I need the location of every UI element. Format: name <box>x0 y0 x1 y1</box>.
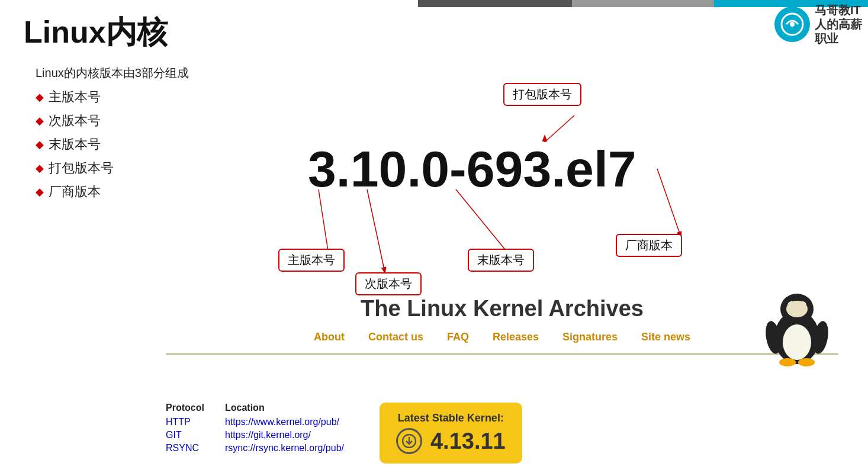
list-item-patch: ◆ 末版本号 <box>36 136 189 153</box>
nav-site-news[interactable]: Site news <box>641 331 690 343</box>
protocol-http[interactable]: HTTP <box>166 417 207 427</box>
svg-point-9 <box>783 324 811 360</box>
svg-line-7 <box>657 169 681 237</box>
bullet-label-5: 厂商版本 <box>49 183 101 201</box>
top-bar-light <box>572 0 714 7</box>
version-text: 3.10.0-693.el7 <box>308 140 636 197</box>
stable-kernel-label: Latest Stable Kernel: <box>398 412 504 424</box>
table-row: GIT https://git.kernel.org/ <box>166 430 344 440</box>
annotation-vendor: 厂商版本 <box>616 234 682 257</box>
protocol-table: Protocol Location HTTP https://www.kerne… <box>166 403 344 456</box>
bullet-label-3: 末版本号 <box>49 136 101 153</box>
list-item-major: ◆ 主版本号 <box>36 88 189 106</box>
top-bar-dark <box>418 0 572 7</box>
kernel-nav: About Contact us FAQ Releases Signatures… <box>166 331 838 343</box>
nav-releases[interactable]: Releases <box>493 331 539 343</box>
table-header: Protocol Location <box>166 403 344 413</box>
bullet-diamond-2: ◆ <box>36 114 44 127</box>
description-text: Linux的内核版本由3部分组成 <box>36 65 189 81</box>
location-rsync[interactable]: rsync://rsync.kernel.org/pub/ <box>225 443 344 453</box>
table-row: HTTP https://www.kernel.org/pub/ <box>166 417 344 427</box>
nav-about[interactable]: About <box>314 331 345 343</box>
nav-faq[interactable]: FAQ <box>447 331 469 343</box>
location-header: Location <box>225 403 265 413</box>
kernel-archives-section: The Linux Kernel Archives About Contact … <box>166 296 838 367</box>
logo-text: 马哥教IT人的高薪职业 <box>815 3 862 46</box>
logo-area: 马哥教IT人的高薪职业 <box>774 3 862 46</box>
nav-contact[interactable]: Contact us <box>368 331 423 343</box>
list-item-package: ◆ 打包版本号 <box>36 159 189 177</box>
protocol-header: Protocol <box>166 403 207 413</box>
bullet-list: ◆ 主版本号 ◆ 次版本号 ◆ 末版本号 ◆ 打包版本号 ◆ 厂商版本 <box>36 88 189 201</box>
svg-line-3 <box>367 189 385 272</box>
svg-line-6 <box>545 115 574 142</box>
protocol-git[interactable]: GIT <box>166 430 207 440</box>
nav-signatures[interactable]: Signatures <box>562 331 618 343</box>
stable-version-number: 4.13.11 <box>430 429 506 454</box>
bullet-label-1: 主版本号 <box>49 88 101 106</box>
annotation-major: 主版本号 <box>278 249 345 272</box>
svg-point-18 <box>779 358 796 366</box>
svg-point-19 <box>798 358 815 366</box>
svg-line-4 <box>456 189 509 255</box>
list-item-vendor: ◆ 厂商版本 <box>36 183 189 201</box>
svg-point-22 <box>786 301 808 317</box>
bullet-label-2: 次版本号 <box>49 112 101 130</box>
kernel-divider <box>166 353 838 355</box>
location-http[interactable]: https://www.kernel.org/pub/ <box>225 417 339 427</box>
location-git[interactable]: https://git.kernel.org/ <box>225 430 311 440</box>
bullet-label-4: 打包版本号 <box>49 159 114 177</box>
list-item-minor: ◆ 次版本号 <box>36 112 189 130</box>
tux-penguin <box>761 290 832 361</box>
bullet-diamond-1: ◆ <box>36 91 44 104</box>
protocol-rsync[interactable]: RSYNC <box>166 443 207 453</box>
logo-icon <box>774 7 810 42</box>
annotation-package: 打包版本号 <box>503 83 581 106</box>
stable-kernel-box: Latest Stable Kernel: 4.13.11 <box>380 403 522 464</box>
table-row: RSYNC rsync://rsync.kernel.org/pub/ <box>166 443 344 453</box>
bottom-table: Protocol Location HTTP https://www.kerne… <box>166 403 522 464</box>
download-icon[interactable] <box>396 428 422 454</box>
svg-point-1 <box>790 22 795 27</box>
bullet-diamond-5: ◆ <box>36 185 44 198</box>
stable-version-row: 4.13.11 <box>396 428 506 454</box>
annotation-minor: 次版本号 <box>355 272 422 295</box>
version-arrows-svg: 3.10.0-693.el7 <box>225 83 758 308</box>
bullet-diamond-3: ◆ <box>36 138 44 151</box>
bullet-diamond-4: ◆ <box>36 162 44 175</box>
annotation-patch: 末版本号 <box>468 249 534 272</box>
kernel-archives-title: The Linux Kernel Archives <box>166 296 838 321</box>
page-title: Linux内核 <box>24 12 168 53</box>
version-diagram: 3.10.0-693.el7 打包版本号 主版本号 次版本号 末版本号 厂商版本 <box>225 83 758 308</box>
left-panel: Linux的内核版本由3部分组成 ◆ 主版本号 ◆ 次版本号 ◆ 末版本号 ◆ … <box>36 65 189 207</box>
svg-line-2 <box>319 189 329 255</box>
